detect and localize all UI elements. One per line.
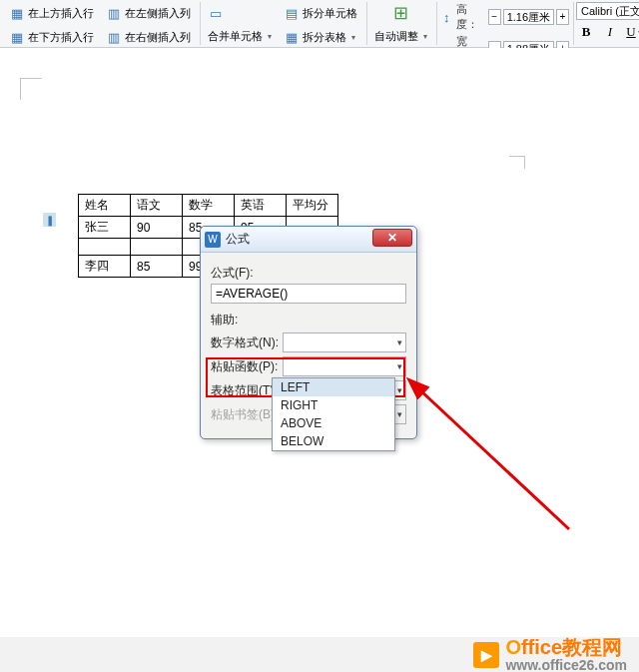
formula-input[interactable]: [211, 284, 406, 304]
bold-button[interactable]: B: [576, 23, 596, 41]
merge-cells-label-button[interactable]: 合并单元格 ▾: [203, 26, 277, 47]
number-format-label: 数字格式(N):: [211, 335, 279, 351]
table-range-label: 表格范围(T):: [211, 382, 279, 399]
table-cell[interactable]: 李四: [79, 256, 131, 278]
watermark-brand: Office教程网: [505, 636, 622, 658]
chevron-down-icon: ▾: [397, 409, 402, 419]
table-header[interactable]: 语文: [131, 195, 183, 217]
merge-cells-label: 合并单元格: [208, 29, 263, 44]
merge-cells-icon: ▭: [208, 5, 224, 21]
height-decrement[interactable]: −: [488, 9, 501, 25]
table-range-dropdown: LEFT RIGHT ABOVE BELOW: [272, 377, 395, 451]
autofit-button[interactable]: 自动调整 ▾: [369, 26, 432, 47]
insert-row-above-label: 在上方插入行: [28, 6, 94, 21]
table-header[interactable]: 姓名: [79, 195, 131, 217]
paste-func-combo[interactable]: ▾: [283, 356, 406, 376]
table-cell[interactable]: 90: [131, 217, 183, 239]
paste-bookmark-label: 粘贴书签(B):: [211, 406, 279, 423]
split-table-icon: ▦: [284, 29, 300, 45]
table-cell[interactable]: 张三: [79, 217, 131, 239]
underline-button[interactable]: U▾: [624, 23, 639, 41]
split-cells-label: 拆分单元格: [303, 6, 357, 21]
insert-row-below-button[interactable]: ▦ 在下方插入行: [4, 26, 99, 48]
table-header[interactable]: 英语: [235, 195, 287, 217]
ribbon-toolbar: ▦ 在上方插入行 ▦ 在下方插入行 ▥ 在左侧插入列 ▥ 在右侧插入列 ▭: [0, 0, 639, 48]
app-icon: W: [205, 232, 221, 248]
chevron-down-icon: ▾: [397, 361, 402, 371]
chevron-down-icon: ▾: [397, 385, 402, 395]
table-header[interactable]: 平均分: [287, 195, 338, 217]
table-row: 姓名 语文 数学 英语 平均分: [79, 195, 338, 217]
split-table-button[interactable]: ▦ 拆分表格 ▾: [279, 26, 362, 48]
insert-col-right-label: 在右侧插入列: [125, 30, 191, 45]
watermark-url: www.office26.com: [505, 658, 627, 672]
autofit-icon: ⊞: [390, 2, 412, 24]
watermark-bar: ▶ Office教程网 www.office26.com: [0, 637, 639, 672]
insert-row-below-icon: ▦: [9, 29, 25, 45]
dialog-titlebar[interactable]: W 公式 ✕: [201, 227, 416, 253]
insert-col-left-button[interactable]: ▥ 在左侧插入列: [101, 2, 196, 24]
dropdown-item-above[interactable]: ABOVE: [273, 414, 394, 432]
chevron-down-icon: ▾: [268, 32, 272, 41]
table-cell[interactable]: [79, 239, 131, 256]
height-increment[interactable]: +: [556, 9, 569, 25]
ribbon-group-rows-cols: ▦ 在上方插入行 ▦ 在下方插入行 ▥ 在左侧插入列 ▥ 在右侧插入列: [4, 2, 201, 45]
dropdown-item-left[interactable]: LEFT: [273, 378, 394, 396]
italic-button[interactable]: I: [600, 23, 620, 41]
ribbon-group-font: Calibri (正文) ▾ 五号 ▾ B I U▾ A ▾ A ▾ 对: [576, 2, 639, 45]
insert-col-left-label: 在左侧插入列: [125, 6, 191, 21]
insert-col-right-icon: ▥: [106, 29, 122, 45]
table-cell[interactable]: [131, 239, 183, 256]
merge-cells-button[interactable]: ▭: [203, 2, 277, 24]
insert-row-above-button[interactable]: ▦ 在上方插入行: [4, 2, 99, 24]
close-button[interactable]: ✕: [372, 229, 412, 247]
insert-row-below-label: 在下方插入行: [28, 30, 94, 45]
assist-label: 辅助:: [211, 312, 406, 329]
font-name-value: Calibri (正文): [581, 4, 639, 19]
chevron-down-icon: ▾: [397, 337, 402, 347]
split-table-label: 拆分表格: [303, 30, 346, 45]
ribbon-group-autofit: ⊞ 自动调整 ▾: [369, 2, 437, 45]
split-cells-button[interactable]: ▤ 拆分单元格: [279, 2, 362, 24]
formula-label: 公式(F):: [211, 265, 406, 282]
ribbon-group-size: ↕ 高度： − 1.16厘米 + ↔ 宽度： − 1.88厘米 +: [439, 2, 574, 45]
row-height-icon: ↕: [439, 9, 454, 25]
chevron-down-icon: ▾: [351, 33, 355, 42]
ribbon-group-merge-split: ▭ 合并单元格 ▾ ▤ 拆分单元格 ▦ 拆分表格 ▾: [203, 2, 367, 45]
insert-col-left-icon: ▥: [106, 5, 122, 21]
insert-col-right-button[interactable]: ▥ 在右侧插入列: [101, 26, 196, 48]
dropdown-item-below[interactable]: BELOW: [273, 432, 394, 450]
page-margin-corner-tr: [509, 156, 525, 169]
page-margin-corner-tl: [20, 78, 42, 100]
font-name-combo[interactable]: Calibri (正文) ▾: [576, 2, 639, 20]
table-cell[interactable]: 85: [131, 256, 183, 278]
autofit-label: 自动调整: [374, 29, 418, 44]
height-value[interactable]: 1.16厘米: [503, 9, 554, 25]
paste-func-label: 粘贴函数(P):: [211, 358, 279, 375]
insert-row-above-icon: ▦: [9, 5, 25, 21]
paragraph-marker-icon: ❚: [43, 213, 56, 227]
watermark-logo-icon: ▶: [473, 642, 499, 668]
dropdown-item-right[interactable]: RIGHT: [273, 396, 394, 414]
number-format-combo[interactable]: ▾: [283, 333, 406, 352]
dialog-title-text: 公式: [226, 231, 250, 248]
height-label: 高度：: [456, 2, 486, 32]
table-header[interactable]: 数学: [183, 195, 235, 217]
chevron-down-icon: ▾: [423, 32, 427, 41]
split-cells-icon: ▤: [284, 5, 300, 21]
